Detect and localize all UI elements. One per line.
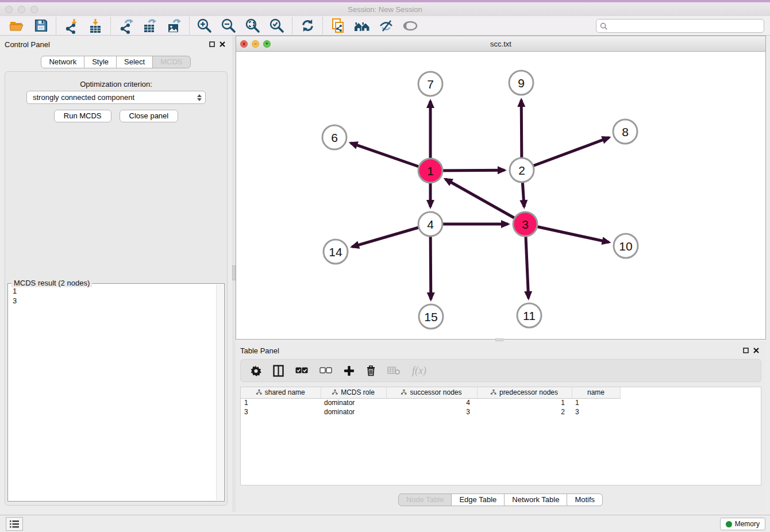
home-button[interactable] <box>350 17 374 35</box>
zoom-in-icon <box>197 18 213 34</box>
zoom-in-button[interactable] <box>192 17 217 35</box>
import-network-button[interactable] <box>59 17 83 35</box>
search-input[interactable] <box>610 22 764 30</box>
tab-node-table[interactable]: Node Table <box>398 494 452 506</box>
node-label-3: 3 <box>522 218 529 231</box>
cell-name[interactable]: 3 <box>572 407 620 417</box>
network-canvas[interactable]: 7961284310141511 <box>236 52 765 339</box>
cell-predecessor-nodes[interactable]: 1 <box>477 398 572 407</box>
mcds-result-text[interactable]: 1 3 <box>8 284 224 501</box>
save-session-button[interactable] <box>29 17 53 35</box>
open-folder-icon <box>9 18 25 34</box>
toolbar-separator <box>189 17 190 34</box>
close-panel-button[interactable] <box>217 40 228 49</box>
node-table[interactable]: shared name MCDS role successor nodes pr… <box>240 387 761 485</box>
import-table-button[interactable] <box>83 17 107 35</box>
memory-button[interactable]: Memory <box>720 518 765 530</box>
float-icon <box>743 348 749 353</box>
zoom-selected-button[interactable] <box>265 17 289 35</box>
cell-name[interactable]: 1 <box>572 398 620 407</box>
edge-2-8[interactable] <box>522 137 609 170</box>
table-tabs: Node Table Edge Table Network Table Moti… <box>236 494 766 506</box>
control-panel-title: Control Panel <box>5 40 50 49</box>
zoom-selected-icon <box>269 18 285 34</box>
column-header-mcds-role[interactable]: MCDS role <box>321 387 386 398</box>
table-row[interactable]: 1 dominator 4 1 1 <box>241 398 620 407</box>
float-table-panel-button[interactable] <box>741 346 751 355</box>
table-settings-button[interactable] <box>250 363 261 379</box>
import-table-icon <box>87 18 103 34</box>
task-history-button[interactable] <box>6 517 23 531</box>
hide-labels-button[interactable] <box>374 17 398 35</box>
hierarchy-icon <box>401 390 407 395</box>
zoom-fit-button[interactable] <box>241 17 265 35</box>
delete-table-button[interactable] <box>387 363 401 379</box>
tab-motifs[interactable]: Motifs <box>567 494 603 506</box>
cell-successor-nodes[interactable]: 3 <box>386 407 477 417</box>
float-icon <box>209 41 215 47</box>
node-label-10: 10 <box>619 240 632 253</box>
optimization-criterion-select[interactable]: strongly connected component <box>26 91 206 104</box>
export-table-icon <box>142 18 158 34</box>
delete-column-button[interactable] <box>366 363 376 379</box>
function-builder-button[interactable]: f(x) <box>412 365 426 377</box>
float-panel-button[interactable] <box>207 40 217 49</box>
cell-predecessor-nodes[interactable]: 2 <box>477 407 572 417</box>
hide-labels-icon <box>378 18 394 34</box>
table-toolbar: f(x) <box>240 359 761 382</box>
refresh-button[interactable] <box>295 17 319 35</box>
column-header-successor-nodes[interactable]: successor nodes <box>386 387 477 398</box>
close-panel-button-mcds[interactable]: Close panel <box>120 110 179 122</box>
run-mcds-button[interactable]: Run MCDS <box>54 110 111 122</box>
tab-mcds[interactable]: MCDS <box>152 56 190 68</box>
show-graphics-button[interactable] <box>398 17 422 35</box>
delete-table-icon <box>387 366 401 375</box>
select-all-button[interactable] <box>295 363 308 379</box>
tab-style[interactable]: Style <box>84 56 117 68</box>
column-header-name[interactable]: name <box>572 387 620 398</box>
columns-icon <box>273 365 284 377</box>
export-network-button[interactable] <box>114 17 138 35</box>
table-panel-title: Table Panel <box>240 346 279 355</box>
zoom-out-icon <box>221 18 237 34</box>
node-label-6: 6 <box>331 131 338 144</box>
tab-edge-table[interactable]: Edge Table <box>451 494 505 506</box>
zoom-out-button[interactable] <box>217 17 241 35</box>
column-view-button[interactable] <box>273 363 284 379</box>
export-table-button[interactable] <box>138 17 162 35</box>
edge-3-1[interactable] <box>445 179 525 224</box>
tab-network-table[interactable]: Network Table <box>504 494 567 506</box>
search-box[interactable] <box>596 19 764 33</box>
mcds-result-scrollbar[interactable] <box>216 284 224 500</box>
tab-network[interactable]: Network <box>41 56 84 68</box>
close-table-panel-button[interactable] <box>751 346 761 355</box>
cell-successor-nodes[interactable]: 4 <box>386 398 477 407</box>
node-label-2: 2 <box>518 164 525 177</box>
network-graph[interactable]: 7961284310141511 <box>236 52 765 339</box>
eye-icon <box>402 18 419 34</box>
cell-mcds-role[interactable]: dominator <box>321 398 386 407</box>
open-session-button[interactable] <box>5 17 29 35</box>
trash-icon <box>366 365 376 376</box>
mcds-result-box: MCDS result (2 nodes) 1 3 <box>7 283 225 502</box>
tab-select[interactable]: Select <box>116 56 153 68</box>
export-image-button[interactable] <box>162 17 186 35</box>
node-label-9: 9 <box>518 76 525 90</box>
add-column-button[interactable] <box>344 363 355 379</box>
table-row[interactable]: 3 dominator 3 2 3 <box>241 407 620 417</box>
refresh-icon <box>300 18 315 33</box>
duplicate-network-button[interactable] <box>326 17 350 35</box>
network-window-titlebar[interactable]: x – + scc.txt <box>236 36 765 52</box>
cell-shared-name[interactable]: 1 <box>241 398 321 407</box>
plus-icon <box>344 365 355 376</box>
memory-label: Memory <box>735 520 760 528</box>
unchecked-boxes-icon <box>319 367 332 374</box>
column-header-predecessor-nodes[interactable]: predecessor nodes <box>477 387 572 398</box>
cell-mcds-role[interactable]: dominator <box>321 407 386 417</box>
toolbar-separator <box>322 17 323 34</box>
horizontal-splitter-grip[interactable] <box>495 338 503 341</box>
node-label-14: 14 <box>329 245 342 259</box>
deselect-all-button[interactable] <box>319 363 332 379</box>
column-header-shared-name[interactable]: shared name <box>241 387 321 398</box>
cell-shared-name[interactable]: 3 <box>241 407 321 417</box>
